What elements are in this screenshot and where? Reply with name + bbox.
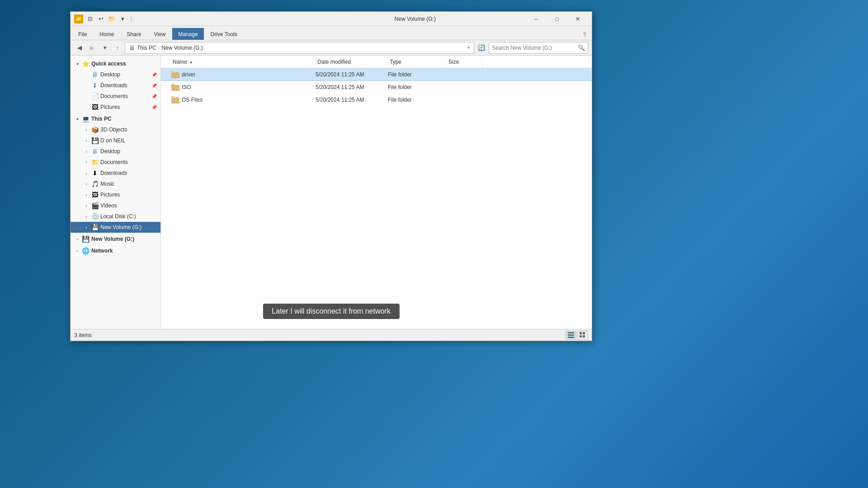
window-controls: ─ □ ✕ [526, 12, 588, 26]
help-icon[interactable]: ? [579, 29, 590, 40]
downloads2-icon: ⬇ [91, 169, 99, 177]
path-separator-1: › [158, 45, 160, 51]
file-row-driver[interactable]: driver 5/20/2024 11:25 AM File folder [161, 68, 592, 81]
tab-share[interactable]: Share [121, 28, 147, 40]
file-name-iso: ISO [182, 84, 316, 90]
expand-this-pc-icon: ▾ [74, 116, 80, 122]
expand-network-icon: › [74, 248, 80, 254]
sidebar-item-pictures-qa[interactable]: 🖼 Pictures 📌 [71, 102, 160, 113]
tab-view[interactable]: View [148, 28, 171, 40]
col-header-size[interactable]: Size [447, 56, 483, 68]
search-icon[interactable]: 🔍 [578, 44, 585, 51]
this-pc-label: This PC [91, 116, 112, 122]
recent-locations-button[interactable]: ▾ [99, 42, 110, 53]
status-item-count: 3 items [74, 332, 562, 338]
file-name-driver: driver [182, 71, 316, 78]
expand-new-volume-icon: › [83, 224, 90, 230]
sidebar-item-documents[interactable]: › 📁 Documents [71, 157, 160, 168]
qat-dropdown-button[interactable]: ▾ [118, 14, 127, 24]
sidebar-item-3d-objects[interactable]: › 📦 3D Objects [71, 124, 160, 135]
col-header-date[interactable]: Date modified [316, 56, 388, 68]
col-header-name[interactable]: Name ▲ [171, 56, 316, 68]
svg-rect-11 [580, 335, 582, 338]
file-explorer-window: 📁 ⊟ ↩ 📁 ▾ | New Volume (G:) ─ □ ✕ File H… [70, 11, 592, 341]
search-input[interactable] [492, 45, 576, 51]
folder-icon-os-files [171, 95, 180, 104]
forward-button[interactable]: ▶ [87, 42, 98, 53]
pin-downloads-icon: 📌 [151, 83, 157, 88]
sidebar-header-network[interactable]: › 🌐 Network [71, 245, 160, 256]
svg-rect-6 [568, 332, 574, 333]
minimize-button[interactable]: ─ [526, 12, 547, 26]
expand-music-icon: › [83, 181, 90, 187]
file-row-os-files[interactable]: OS Files 5/20/2024 11:25 AM File folder [161, 94, 592, 106]
new-folder-button[interactable]: 📁 [107, 14, 117, 24]
sidebar-item-new-volume-g[interactable]: › 💾 New Volume (G:) [71, 222, 160, 233]
sidebar-item-documents-qa[interactable]: 📄 Documents 📌 [71, 91, 160, 102]
tab-drive-tools[interactable]: Drive Tools [205, 28, 243, 40]
properties-button[interactable]: ⊟ [85, 14, 95, 24]
path-part-volume[interactable]: New Volume (G:) [161, 45, 203, 51]
close-button[interactable]: ✕ [567, 12, 588, 26]
quick-access-icon: ⭐ [81, 60, 90, 68]
sidebar-item-videos[interactable]: › 🎬 Videos [71, 200, 160, 211]
main-area: ▾ ⭐ Quick access 🖥 Desktop 📌 ⬇ Downloads… [71, 56, 592, 329]
svg-rect-12 [583, 335, 585, 338]
svg-rect-3 [171, 84, 175, 85]
status-bar: 3 items [71, 329, 592, 341]
svg-rect-9 [580, 332, 582, 334]
content-area: Name ▲ Date modified Type Size [161, 56, 592, 329]
expand-nv2-icon: › [74, 236, 80, 242]
maximize-button[interactable]: □ [547, 12, 567, 26]
sidebar-item-downloads[interactable]: › ⬇ Downloads [71, 168, 160, 178]
path-part-thispc[interactable]: This PC [137, 45, 156, 51]
sidebar-header-this-pc[interactable]: ▾ 💻 This PC [71, 113, 160, 124]
details-view-button[interactable] [566, 331, 576, 340]
sidebar-item-d-on-neil[interactable]: › 💾 D on NEIL [71, 135, 160, 146]
expand-pictures-icon: › [83, 192, 90, 198]
documents-qa-label: Documents [100, 93, 128, 99]
sidebar-item-music[interactable]: › 🎵 Music [71, 178, 160, 189]
path-dropdown-icon[interactable]: ▾ [467, 45, 470, 51]
quick-access-label: Quick access [91, 61, 126, 67]
window-icon: 📁 [74, 14, 83, 23]
expand-documents-icon: › [83, 159, 90, 165]
desktop2-icon: 🖥 [91, 148, 99, 155]
sidebar-header-new-volume-g2[interactable]: › 💾 New Volume (G:) [71, 234, 160, 244]
sidebar-item-desktop-qa[interactable]: 🖥 Desktop 📌 [71, 69, 160, 80]
downloads-label: Downloads [100, 170, 127, 176]
refresh-button[interactable]: 🔄 [476, 42, 487, 53]
sidebar-item-local-disk-c[interactable]: › 💿 Local Disk (C:) [71, 211, 160, 222]
tab-file[interactable]: File [72, 28, 93, 40]
address-path[interactable]: 🖥 This PC › New Volume (G:) ▾ [125, 42, 474, 54]
file-type-driver: File folder [388, 71, 447, 78]
sidebar-header-quick-access[interactable]: ▾ ⭐ Quick access [71, 58, 160, 69]
sidebar-section-new-volume-g2: › 💾 New Volume (G:) [71, 234, 160, 244]
sidebar-item-pictures[interactable]: › 🖼 Pictures [71, 189, 160, 200]
sidebar-item-downloads-qa[interactable]: ⬇ Downloads 📌 [71, 80, 160, 91]
file-row-iso[interactable]: ISO 5/20/2024 11:25 AM File folder [161, 81, 592, 94]
col-header-type[interactable]: Type [388, 56, 447, 68]
title-bar-left: 📁 ⊟ ↩ 📁 ▾ | [74, 14, 296, 24]
pictures2-icon: 🖼 [91, 191, 99, 198]
sidebar-item-desktop[interactable]: › 🖥 Desktop [71, 146, 160, 157]
ribbon-tabs: File Home Share View Manage Drive Tools … [71, 26, 592, 40]
view-buttons [566, 331, 588, 340]
svg-rect-8 [568, 337, 574, 338]
search-box: 🔍 [489, 42, 588, 54]
expand-videos-icon: › [83, 202, 90, 209]
tab-manage[interactable]: Manage [172, 28, 203, 40]
svg-rect-4 [171, 98, 179, 103]
window-title: New Volume (G:) [305, 16, 526, 22]
local-disk-icon: 💿 [91, 213, 99, 220]
new-volume-label: New Volume (G:) [100, 224, 142, 230]
undo-button[interactable]: ↩ [96, 14, 106, 24]
up-button[interactable]: ↑ [112, 42, 123, 53]
documents-icon: 📄 [91, 93, 99, 100]
large-icons-view-button[interactable] [577, 331, 588, 340]
col-date-label: Date modified [317, 59, 351, 65]
tab-home[interactable]: Home [94, 28, 120, 40]
file-type-os-files: File folder [388, 97, 447, 103]
desktop-qa-label: Desktop [100, 71, 120, 78]
back-button[interactable]: ◀ [74, 42, 85, 53]
